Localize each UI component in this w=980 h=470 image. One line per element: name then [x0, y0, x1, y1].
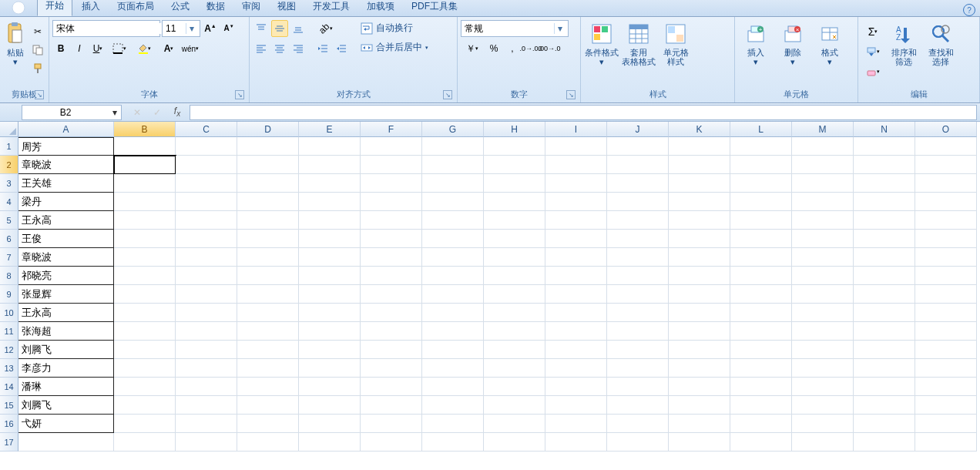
cell-O9[interactable]: [915, 285, 977, 304]
column-header-A[interactable]: A: [18, 122, 114, 137]
cell-E2[interactable]: [299, 156, 361, 174]
number-format-input[interactable]: [461, 23, 554, 34]
cell-I1[interactable]: [545, 137, 607, 156]
cell-G14[interactable]: [422, 378, 484, 396]
cell-O4[interactable]: [915, 193, 977, 211]
font-name-input[interactable]: [53, 23, 175, 34]
cell-H4[interactable]: [484, 193, 545, 211]
cell-G6[interactable]: [422, 230, 484, 248]
cell-O15[interactable]: [915, 396, 977, 415]
cell-A16[interactable]: 弋妍: [18, 415, 114, 433]
accounting-format-button[interactable]: ￥▾: [461, 40, 484, 57]
cell-A13[interactable]: 李彦力: [18, 359, 114, 378]
number-format-dropdown[interactable]: ▾: [554, 23, 565, 34]
cell-D5[interactable]: [237, 211, 299, 230]
cell-K14[interactable]: [669, 378, 730, 396]
clear-button[interactable]: ▾: [861, 63, 884, 80]
cell-D2[interactable]: [237, 156, 299, 174]
cell-M17[interactable]: [792, 433, 854, 452]
column-header-K[interactable]: K: [669, 122, 730, 137]
column-header-E[interactable]: E: [299, 122, 361, 137]
cell-H1[interactable]: [484, 137, 545, 156]
font-size-dropdown[interactable]: ▾: [186, 23, 196, 34]
cell-N5[interactable]: [854, 211, 915, 230]
cell-L10[interactable]: [730, 304, 792, 322]
row-header-10[interactable]: 10: [0, 304, 18, 322]
cell-D1[interactable]: [237, 137, 299, 156]
tab-review[interactable]: 审阅: [234, 0, 268, 16]
cell-N2[interactable]: [854, 156, 915, 174]
cell-I3[interactable]: [545, 174, 607, 193]
cell-J4[interactable]: [607, 193, 669, 211]
clipboard-launcher[interactable]: ↘: [35, 90, 44, 99]
orientation-button[interactable]: ab▾: [314, 20, 337, 37]
cell-F10[interactable]: [361, 304, 422, 322]
cell-C8[interactable]: [176, 267, 237, 285]
column-header-B[interactable]: B: [114, 122, 176, 137]
cell-B7[interactable]: [114, 248, 176, 267]
cell-A14[interactable]: 潘琳: [18, 378, 114, 396]
row-header-2[interactable]: 2: [0, 156, 18, 174]
cell-L3[interactable]: [730, 174, 792, 193]
cell-G5[interactable]: [422, 211, 484, 230]
cell-M16[interactable]: [792, 415, 854, 433]
cell-B16[interactable]: [114, 415, 176, 433]
cell-E16[interactable]: [299, 415, 361, 433]
cell-L15[interactable]: [730, 396, 792, 415]
cell-E5[interactable]: [299, 211, 361, 230]
cell-H12[interactable]: [484, 341, 545, 359]
fill-button[interactable]: ▾: [861, 43, 884, 60]
cell-H7[interactable]: [484, 248, 545, 267]
cell-H15[interactable]: [484, 396, 545, 415]
row-header-15[interactable]: 15: [0, 396, 18, 415]
cell-F3[interactable]: [361, 174, 422, 193]
cell-E15[interactable]: [299, 396, 361, 415]
cell-N8[interactable]: [854, 267, 915, 285]
cell-J7[interactable]: [607, 248, 669, 267]
cell-D8[interactable]: [237, 267, 299, 285]
cell-G13[interactable]: [422, 359, 484, 378]
number-format-combo[interactable]: ▾: [461, 20, 569, 37]
cell-L5[interactable]: [730, 211, 792, 230]
cell-N9[interactable]: [854, 285, 915, 304]
cell-J17[interactable]: [607, 433, 669, 452]
cell-M15[interactable]: [792, 396, 854, 415]
cell-O16[interactable]: [915, 415, 977, 433]
cell-O11[interactable]: [915, 322, 977, 341]
cell-G3[interactable]: [422, 174, 484, 193]
cell-K12[interactable]: [669, 341, 730, 359]
tab-data[interactable]: 数据: [199, 0, 233, 16]
cell-D16[interactable]: [237, 415, 299, 433]
cell-C11[interactable]: [176, 322, 237, 341]
cell-B8[interactable]: [114, 267, 176, 285]
grow-font-button[interactable]: A▲: [202, 20, 219, 37]
cell-A6[interactable]: 王俊: [18, 230, 114, 248]
cell-G4[interactable]: [422, 193, 484, 211]
cell-E8[interactable]: [299, 267, 361, 285]
cell-I7[interactable]: [545, 248, 607, 267]
cell-N3[interactable]: [854, 174, 915, 193]
cell-D13[interactable]: [237, 359, 299, 378]
cell-I14[interactable]: [545, 378, 607, 396]
column-header-J[interactable]: J: [607, 122, 669, 137]
cell-A10[interactable]: 王永高: [18, 304, 114, 322]
cell-N7[interactable]: [854, 248, 915, 267]
cell-B17[interactable]: [114, 433, 176, 452]
cell-C15[interactable]: [176, 396, 237, 415]
cell-H9[interactable]: [484, 285, 545, 304]
cell-N16[interactable]: [854, 415, 915, 433]
cell-A5[interactable]: 王永高: [18, 211, 114, 230]
cell-B4[interactable]: [114, 193, 176, 211]
row-header-13[interactable]: 13: [0, 359, 18, 378]
decrease-decimal-button[interactable]: .00→.0: [541, 40, 558, 57]
cell-N12[interactable]: [854, 341, 915, 359]
cell-L2[interactable]: [730, 156, 792, 174]
cell-M11[interactable]: [792, 322, 854, 341]
cell-K13[interactable]: [669, 359, 730, 378]
cell-O13[interactable]: [915, 359, 977, 378]
cell-B3[interactable]: [114, 174, 176, 193]
cell-M7[interactable]: [792, 248, 854, 267]
cell-C16[interactable]: [176, 415, 237, 433]
cell-L7[interactable]: [730, 248, 792, 267]
format-painter-button[interactable]: [29, 60, 46, 77]
